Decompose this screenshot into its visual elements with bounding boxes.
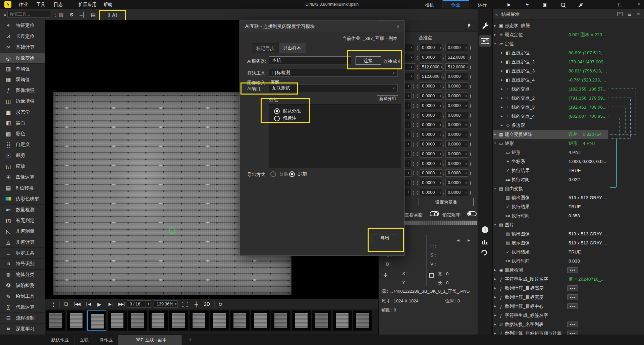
tree-row-series-calc[interactable]: ▶ƒ数列计算_目标中心●●●: [493, 302, 644, 311]
minimize-button[interactable]: –: [596, 0, 606, 9]
base-point-input[interactable]: 0.0000▲▼: [445, 73, 468, 80]
next-arrow-icon[interactable]: ▶: [468, 238, 470, 242]
sidebar-item-basic-calc[interactable]: ∞基础计算: [0, 42, 45, 53]
spinner-arrows-icon[interactable]: ▲▼: [464, 83, 468, 90]
search-icon[interactable]: [559, 0, 567, 9]
spinner-arrows-icon[interactable]: ▲▼: [438, 170, 442, 176]
spinner-arrows-icon[interactable]: ▲▼: [438, 131, 442, 138]
tree-row-picture[interactable]: ▼▨图片: [493, 220, 644, 229]
sidebar-item-defect[interactable]: ✪缺陷检测: [0, 280, 45, 291]
base-point-input[interactable]: 0.0000▲▼: [445, 179, 468, 186]
spinner-arrows-icon[interactable]: ▲▼: [464, 160, 468, 167]
base-point-input[interactable]: 0.0000▲▼: [445, 44, 468, 51]
expander-icon[interactable]: ▶: [499, 78, 504, 81]
sidebar-item-bit8[interactable]: ▤8 位转换: [0, 182, 45, 193]
tree-row-image[interactable]: ▨输出图像513 x 513 GRAY ...: [493, 229, 644, 238]
menu-1[interactable]: 作业: [19, 0, 28, 9]
lock-matrix-toggle[interactable]: [467, 211, 477, 216]
tree-row-result[interactable]: ✓执行结果TRUE: [493, 247, 644, 256]
spinner-arrows-icon[interactable]: ▲▼: [438, 54, 442, 61]
radio-replace[interactable]: 替换: [270, 171, 288, 177]
base-point-input[interactable]: 0.0000▲▼: [445, 92, 468, 100]
server-input[interactable]: 本机: [269, 56, 351, 64]
connect-button[interactable]: 连接: [356, 56, 381, 65]
refresh-icon[interactable]: ↻: [216, 299, 224, 309]
tree-row-axes[interactable]: +坐标系1.000, 0.000, 0.0...: [493, 157, 644, 166]
add-folder-icon[interactable]: [618, 12, 623, 16]
sidebar-item-deep-learning[interactable]: AI深度学习: [0, 323, 45, 334]
base-point-input[interactable]: 512.0000▲▼: [420, 63, 442, 71]
step-forward-icon[interactable]: ▶: [106, 299, 114, 309]
spinner-arrows-icon[interactable]: ▲▼: [464, 73, 468, 80]
expander-icon[interactable]: ▶: [493, 314, 497, 317]
collapse-filmstrip-icon[interactable]: ∨∨: [49, 299, 57, 309]
spinner-arrows-icon[interactable]: ▲▼: [464, 189, 468, 196]
expander-icon[interactable]: ▶: [493, 24, 497, 27]
tree-row-line-locate[interactable]: ▶◧直线定位88.89° (187.512, ...: [493, 48, 644, 57]
base-point-input[interactable]: 0.0000▲▼: [420, 169, 442, 177]
lightning-icon[interactable]: ϟ: [523, 0, 531, 9]
group-listbox[interactable]: 默认分组 预标注: [269, 104, 401, 168]
base-point-input[interactable]: 0.0000▲▼: [445, 112, 468, 119]
ai-interlink-button[interactable]: ∂ AI: [99, 10, 126, 21]
tree-view-icon[interactable]: ⊟: [628, 9, 632, 19]
tree-row-matrix[interactable]: ▶▦建立变换矩阵误差 = 0.320754: [493, 130, 608, 139]
fit-screen-icon[interactable]: [181, 299, 189, 309]
expander-icon[interactable]: ▶: [499, 124, 504, 127]
sidebar-item-classify[interactable]: ⊛物体分类: [0, 269, 45, 280]
base-point-input[interactable]: 0.0000▲▼: [445, 102, 468, 109]
base-point-input[interactable]: 0.0000▲▼: [445, 82, 468, 90]
frame-thumbnail-7[interactable]: [169, 310, 188, 331]
sidebar-item-image-transform[interactable]: ◎图像变换: [0, 53, 45, 63]
expander-icon[interactable]: ▶: [493, 305, 497, 308]
spinner-arrows-icon[interactable]: ▲▼: [438, 112, 442, 119]
frame-thumbnail-6[interactable]: [149, 310, 168, 331]
spinner-arrows-icon[interactable]: ▲▼: [438, 93, 442, 99]
tab-run[interactable]: 运行: [469, 0, 495, 8]
more-button[interactable]: ●●●: [567, 267, 578, 273]
frame-thumbnail-11[interactable]: [251, 310, 270, 331]
expander-icon[interactable]: ▶: [499, 115, 504, 118]
tab-mark-sync[interactable]: 标记同步: [252, 43, 279, 53]
skip-first-icon[interactable]: ◀◀: [73, 299, 81, 309]
info-icon[interactable]: i: [482, 226, 488, 233]
sidebar-item-draw[interactable]: ✎绘制工具: [0, 291, 45, 301]
sliders-icon[interactable]: [479, 35, 491, 47]
menu-3[interactable]: 日志: [54, 0, 63, 9]
frame-thumbnail-16[interactable]: [353, 310, 372, 331]
expander-icon[interactable]: ▶: [499, 88, 504, 91]
frame-thumbnail-10[interactable]: [230, 310, 250, 331]
tree-row-free-transform[interactable]: ▼▤自由变换: [493, 184, 644, 193]
base-point-input[interactable]: 0.0000▲▼: [445, 140, 468, 148]
tree-row-folder[interactable]: ▼▱定位: [493, 39, 644, 48]
base-point-input[interactable]: 0.0000▲▼: [420, 112, 442, 119]
expander-icon[interactable]: ▶: [493, 278, 497, 281]
sidebar-item-flow[interactable]: ⊟流程控制: [0, 312, 45, 323]
spinner-arrows-icon[interactable]: ▲▼: [465, 64, 468, 70]
histogram-icon[interactable]: [482, 238, 488, 244]
spinner-arrows-icon[interactable]: ▲▼: [438, 151, 442, 157]
base-point-input[interactable]: 512.0000▲▼: [445, 54, 468, 61]
base-point-input[interactable]: 0.0000▲▼: [445, 169, 468, 177]
base-point-input[interactable]: 0.0000▲▼: [445, 131, 468, 138]
base-point-input[interactable]: 0.0000▲▼: [445, 189, 468, 196]
sidebar-item-crop[interactable]: ⊡裁剪: [0, 150, 45, 161]
gear-icon[interactable]: ⚙: [68, 9, 76, 20]
algo-select[interactable]: 目标检测∨: [269, 69, 398, 77]
tree-row-morphology[interactable]: ▶▣形态学_膨胀: [493, 21, 644, 30]
base-point-input[interactable]: 0.0000▲▼: [445, 121, 468, 128]
tree-row-image[interactable]: ▨展示图像513 x 513 GRAY ...: [493, 238, 644, 247]
frame-thumbnail-15[interactable]: [333, 310, 352, 331]
tree-row-rect[interactable]: ▭矩形4 PNT: [493, 148, 644, 157]
expander-icon[interactable]: ▶: [493, 323, 497, 326]
sidebar-item-geo-measure[interactable]: ◺几何测量: [0, 226, 45, 237]
gauge-icon[interactable]: [480, 248, 488, 256]
prev-arrow-icon[interactable]: ◀: [457, 238, 460, 242]
base-point-input[interactable]: 0.0000▲▼: [420, 160, 442, 167]
wrench-icon[interactable]: [481, 22, 489, 32]
sidebar-item-geo-calc[interactable]: ◬几何计算: [0, 237, 45, 247]
spinner-arrows-icon[interactable]: ▲▼: [173, 301, 178, 307]
sidebar-item-scale[interactable]: ◱缩放: [0, 161, 45, 172]
expander-icon[interactable]: ▼: [493, 223, 497, 226]
more-button[interactable]: ●●●: [567, 331, 578, 335]
